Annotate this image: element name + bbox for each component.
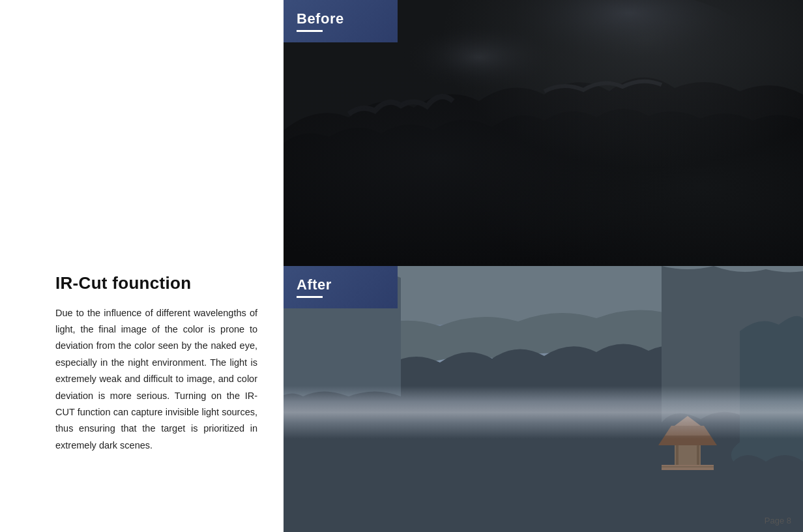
after-image-container: After [284,266,803,532]
svg-rect-14 [697,445,699,465]
svg-point-8 [525,396,629,416]
right-panel: Before [284,0,803,532]
svg-point-7 [401,400,557,426]
after-image: After [284,266,803,532]
svg-marker-10 [665,426,710,436]
svg-rect-15 [662,465,714,470]
left-panel: IR-Cut founction Due to the influence of… [0,0,284,532]
svg-point-1 [433,0,759,117]
svg-marker-11 [658,436,717,445]
after-label-banner: After [284,266,398,308]
after-label-text: After [297,276,332,293]
svg-marker-9 [675,416,701,426]
before-label-underline [297,30,323,32]
svg-rect-13 [676,445,679,465]
section-title: IR-Cut founction [55,273,257,293]
before-label-text: Before [297,10,344,27]
svg-point-6 [316,403,707,442]
before-image: Before [284,0,803,266]
after-label-underline [297,296,323,298]
page-number: Page 8 [765,516,791,525]
before-label-banner: Before [284,0,398,42]
section-body: Due to the influence of different wavele… [55,305,257,454]
before-image-container: Before [284,0,803,266]
left-content: IR-Cut founction Due to the influence of… [55,273,257,506]
